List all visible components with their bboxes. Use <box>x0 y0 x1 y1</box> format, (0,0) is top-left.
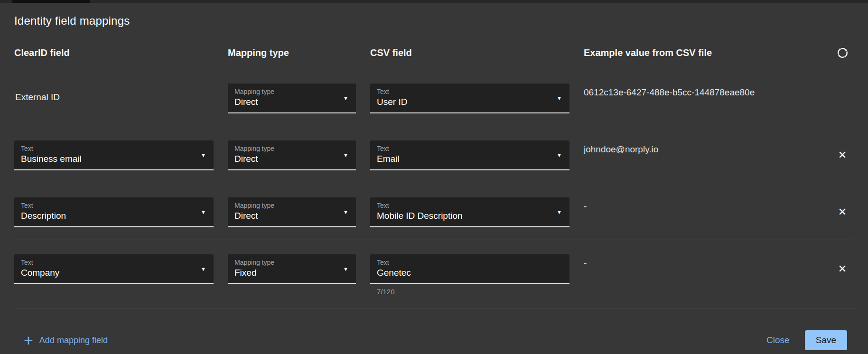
close-button[interactable]: Close <box>765 332 792 348</box>
close-icon: ✕ <box>838 149 847 161</box>
window-top-edge <box>0 0 868 3</box>
select-value: Mobile ID Description <box>377 210 563 222</box>
example-value: - <box>584 257 817 269</box>
clearid-field-select[interactable]: Text Description ▼ <box>14 197 214 227</box>
select-label: Text <box>377 202 563 209</box>
mapping-type-select[interactable]: Mapping type Direct ▼ <box>228 140 356 170</box>
column-header-mapping-type: Mapping type <box>228 47 356 58</box>
mapping-row-business-email: Text Business email ▼ Mapping type Direc… <box>14 126 854 183</box>
select-value: Fixed <box>234 267 349 279</box>
footer-actions: Close Save <box>765 330 847 350</box>
page-title: Identity field mappings <box>14 3 854 28</box>
remove-mapping-button[interactable]: ✕ <box>835 205 849 219</box>
mapping-type-select[interactable]: Mapping type Fixed ▼ <box>228 254 356 284</box>
add-mapping-field-button[interactable]: + Add mapping field <box>24 335 108 346</box>
select-value: Company <box>21 267 207 279</box>
column-header-clearid-field: ClearID field <box>14 47 214 58</box>
select-label: Text <box>21 259 207 266</box>
fixed-value-input[interactable] <box>377 267 563 279</box>
select-value: Business email <box>21 153 207 165</box>
csv-fixed-value-cell: Text 7/120 <box>370 254 569 296</box>
example-value: 0612c13e-6427-488e-b5cc-144878eae80e <box>584 86 817 98</box>
mapping-row-company: Text Company ▼ Mapping type Fixed ▼ Text… <box>14 240 854 308</box>
identity-field-mappings-dialog: Identity field mappings ClearID field Ma… <box>0 3 868 350</box>
select-value: Direct <box>234 210 349 222</box>
close-icon: ✕ <box>838 206 847 218</box>
clearid-field-select[interactable]: Text Company ▼ <box>14 254 214 284</box>
table-header-row: ClearID field Mapping type CSV field Exa… <box>14 28 854 69</box>
select-value: User ID <box>377 96 563 108</box>
refresh-mappings-button[interactable] <box>836 47 849 59</box>
mapping-type-select[interactable]: Mapping type Direct ▼ <box>228 84 356 113</box>
select-label: Text <box>21 202 207 209</box>
select-label: Text <box>21 145 207 152</box>
select-label: Mapping type <box>234 88 349 95</box>
plus-icon: + <box>24 335 33 346</box>
add-mapping-field-label: Add mapping field <box>39 335 108 345</box>
fixed-value-field: Text <box>370 254 569 284</box>
example-value: johndoe@norply.io <box>584 143 817 155</box>
dialog-footer: + Add mapping field Close Save <box>14 308 854 350</box>
sync-icon <box>836 47 849 59</box>
column-header-csv-field: CSV field <box>370 47 569 58</box>
window-top-edge-segment <box>12 0 90 3</box>
input-label: Text <box>377 259 563 266</box>
select-label: Mapping type <box>234 145 349 152</box>
select-label: Text <box>377 145 563 152</box>
csv-field-select[interactable]: Text User ID ▼ <box>370 84 569 113</box>
remove-mapping-button[interactable]: ✕ <box>835 262 849 276</box>
clearid-field-static-label: External ID <box>14 92 214 102</box>
select-label: Mapping type <box>234 202 349 209</box>
csv-field-select[interactable]: Text Mobile ID Description ▼ <box>370 197 569 227</box>
csv-field-select[interactable]: Text Email ▼ <box>370 140 569 170</box>
save-button[interactable]: Save <box>805 330 847 350</box>
select-label: Text <box>377 88 563 95</box>
select-value: Direct <box>234 96 349 108</box>
close-icon: ✕ <box>838 263 847 275</box>
character-counter: 7/120 <box>377 288 569 296</box>
select-value: Email <box>377 153 563 165</box>
mapping-type-select[interactable]: Mapping type Direct ▼ <box>228 197 356 227</box>
example-value: - <box>584 200 817 212</box>
remove-mapping-button[interactable]: ✕ <box>835 148 849 162</box>
column-header-example-value: Example value from CSV file <box>584 47 817 58</box>
select-value: Description <box>21 210 207 222</box>
select-label: Mapping type <box>234 259 349 266</box>
mapping-row-external-id: External ID Mapping type Direct ▼ Text U… <box>14 69 854 126</box>
mapping-row-description: Text Description ▼ Mapping type Direct ▼… <box>14 183 854 240</box>
select-value: Direct <box>234 153 349 165</box>
clearid-field-select[interactable]: Text Business email ▼ <box>14 140 214 170</box>
